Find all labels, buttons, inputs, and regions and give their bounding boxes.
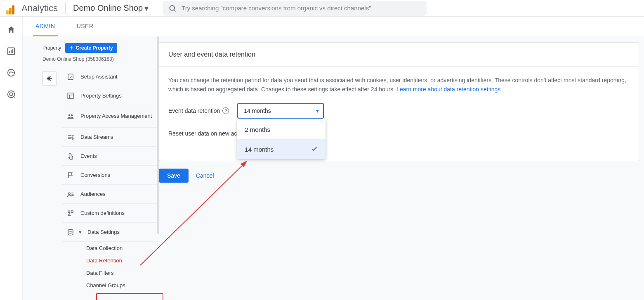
nav-label: Channel Groups xyxy=(86,282,125,288)
nav-data-settings[interactable]: ▾ Data Settings xyxy=(62,223,159,242)
property-label: Property xyxy=(42,45,61,51)
svg-point-15 xyxy=(72,135,73,136)
event-retention-row: Event data retention ? 14 months ▾ 2 mon… xyxy=(168,103,630,119)
shapes-icon xyxy=(66,209,75,217)
scrollbar[interactable] xyxy=(157,36,159,234)
nav-conversions[interactable]: Conversions xyxy=(62,166,159,185)
svg-point-23 xyxy=(68,229,73,231)
nav-label: Conversions xyxy=(80,172,110,178)
subnav-data-collection[interactable]: Data Collection xyxy=(62,242,159,254)
nav-data-streams[interactable]: Data Streams xyxy=(62,128,159,147)
checklist-icon xyxy=(66,73,75,81)
nav-events[interactable]: Events xyxy=(62,147,159,166)
svg-point-16 xyxy=(72,138,73,139)
left-rail xyxy=(0,17,23,300)
card-description: You can change the retention period for … xyxy=(168,76,630,94)
search-box[interactable] xyxy=(163,1,427,16)
subnav-channel-groups[interactable]: Channel Groups xyxy=(62,279,159,291)
svg-point-0 xyxy=(170,5,175,10)
nav-label: Property Access Management xyxy=(80,113,152,120)
search-input[interactable] xyxy=(182,5,421,12)
nav-audiences[interactable]: Audiences xyxy=(62,185,159,204)
layout-icon xyxy=(66,92,75,100)
option-label: 14 months xyxy=(245,146,274,153)
event-retention-label: Event data retention ? xyxy=(168,107,229,114)
svg-rect-10 xyxy=(68,93,73,99)
nav-label: Data Settings xyxy=(87,229,120,235)
home-icon[interactable] xyxy=(6,25,16,35)
database-icon xyxy=(66,228,75,236)
top-bar: Analytics Demo Online Shop ▾ xyxy=(0,0,644,17)
search-icon xyxy=(168,4,177,12)
reset-user-data-label: Reset user data on new activity xyxy=(168,130,249,137)
event-retention-select[interactable]: 14 months ▾ 2 months 14 months xyxy=(237,103,324,119)
nav-label: Data Filters xyxy=(86,270,113,276)
nav-label: Property Settings xyxy=(80,93,122,99)
account-name: Demo Online Shop xyxy=(73,3,143,13)
help-icon[interactable]: ? xyxy=(222,107,229,114)
tap-icon xyxy=(66,152,75,160)
card-body: You can change the retention period for … xyxy=(159,67,639,161)
save-button[interactable]: Save xyxy=(159,169,189,183)
nav-setup-assistant[interactable]: Setup Assistant xyxy=(62,67,159,86)
retention-dropdown: 2 months 14 months xyxy=(237,119,326,159)
svg-rect-3 xyxy=(9,51,10,53)
nav-custom-definitions[interactable]: Custom definitions xyxy=(62,204,159,223)
action-buttons: Save Cancel xyxy=(159,169,639,183)
plus-icon: + xyxy=(69,45,73,51)
caret-down-icon: ▾ xyxy=(144,3,149,13)
svg-rect-5 xyxy=(12,49,13,53)
content-area: ADMIN USER Property + Create Property De… xyxy=(23,17,644,300)
svg-line-1 xyxy=(174,10,176,11)
create-property-label: Create Property xyxy=(76,45,113,51)
explore-icon[interactable] xyxy=(6,68,16,78)
people-icon xyxy=(66,112,75,121)
subnav-data-filters[interactable]: Data Filters xyxy=(62,267,159,279)
dropdown-option-14-months[interactable]: 14 months xyxy=(237,139,326,159)
label-text: Reset user data on new activity xyxy=(168,130,249,137)
caret-down-icon: ▾ xyxy=(316,107,319,114)
cancel-button[interactable]: Cancel xyxy=(196,172,214,179)
audience-icon xyxy=(66,190,75,198)
streams-icon xyxy=(66,133,75,141)
subnav-data-retention[interactable]: Data Retention xyxy=(62,254,159,267)
nav-label: Custom definitions xyxy=(80,210,125,216)
card-title: User and event data retention xyxy=(159,43,639,67)
svg-point-13 xyxy=(68,114,71,116)
nav-label: Data Streams xyxy=(80,134,113,140)
account-selector[interactable]: Demo Online Shop ▾ xyxy=(73,3,149,13)
svg-point-21 xyxy=(68,211,70,213)
admin-tabs: ADMIN USER xyxy=(23,17,644,36)
dropdown-option-2-months[interactable]: 2 months xyxy=(237,119,326,139)
caret-down-icon: ▾ xyxy=(79,229,82,235)
option-label: 2 months xyxy=(245,126,270,133)
analytics-logo-icon xyxy=(4,2,17,14)
nav-label: Audiences xyxy=(80,191,106,197)
tab-admin[interactable]: ADMIN xyxy=(33,17,58,36)
check-icon xyxy=(311,145,318,154)
create-property-button[interactable]: + Create Property xyxy=(65,43,117,53)
nav-label: Data Collection xyxy=(86,245,123,251)
property-name[interactable]: Demo Online Shop (358306183) xyxy=(42,56,159,62)
nav-property-settings[interactable]: Property Settings xyxy=(62,86,159,105)
vertical-divider xyxy=(65,2,66,14)
svg-point-8 xyxy=(9,93,12,95)
svg-rect-22 xyxy=(71,211,73,213)
select-value: 14 months xyxy=(244,107,271,114)
reports-icon[interactable] xyxy=(6,46,16,56)
label-text: Event data retention xyxy=(168,107,220,114)
product-name: Analytics xyxy=(21,3,58,14)
svg-point-6 xyxy=(8,69,15,76)
nav-property-access[interactable]: Property Access Management xyxy=(62,105,159,128)
tab-user[interactable]: USER xyxy=(74,17,96,36)
nav-label: Setup Assistant xyxy=(80,74,118,80)
svg-point-17 xyxy=(68,193,71,195)
arrow-left-icon xyxy=(45,74,54,83)
nav-label: Events xyxy=(80,153,97,159)
main-panel: User and event data retention You can ch… xyxy=(159,36,644,300)
collapse-sidebar-button[interactable] xyxy=(42,71,57,86)
learn-more-link[interactable]: Learn more about data retention settings xyxy=(396,86,500,93)
property-sidebar: Property + Create Property Demo Online S… xyxy=(23,36,159,300)
svg-rect-4 xyxy=(11,50,12,53)
advertising-icon[interactable] xyxy=(6,89,16,99)
